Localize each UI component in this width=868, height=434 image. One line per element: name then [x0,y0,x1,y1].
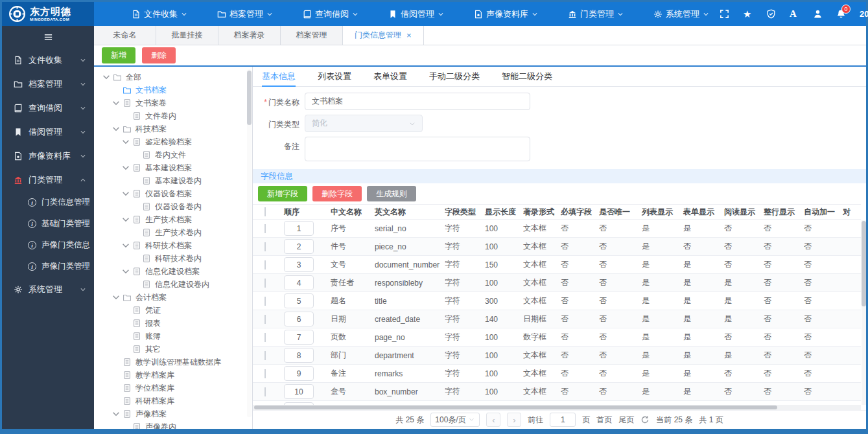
tree-item[interactable]: 声像卷内 [94,420,252,429]
tree-item[interactable]: 教学档案库 [94,369,252,382]
row-checkbox[interactable] [264,279,266,288]
tree-item[interactable]: 账簿 [94,330,252,343]
add-field-button[interactable]: 新增字段 [258,186,307,201]
order-input[interactable] [284,239,314,254]
tree-item[interactable]: 生产技术卷内 [94,226,252,239]
topnav-item[interactable]: 档案管理 [207,8,283,20]
topnav-item[interactable]: 查询借阅 [292,8,369,20]
tree-item[interactable]: 科研技术档案 [94,239,252,252]
expand-icon[interactable] [720,9,729,19]
order-input[interactable] [284,348,314,363]
table-hscroll-thumb[interactable] [254,405,777,409]
tree-item[interactable]: 基本建设档案 [94,161,252,174]
table-vertical-scrollbar[interactable] [862,220,866,405]
table-vscroll-thumb[interactable] [862,221,866,306]
category-name-input[interactable] [305,93,530,110]
tree-item[interactable]: 仪器设备卷内 [94,200,252,213]
tree-item[interactable]: 基本建设卷内 [94,174,252,187]
tree-item[interactable]: 鉴定检验档案 [94,135,252,148]
sidebar-item[interactable]: 借阅管理 [2,120,94,144]
tree-item[interactable]: 凭证 [94,304,252,317]
row-checkbox[interactable] [264,260,266,269]
sidebar-item[interactable]: 系统管理 [2,277,94,301]
first-page-link[interactable]: 首页 [596,415,612,426]
tree-item[interactable]: 文书案卷 [94,97,252,109]
remark-textarea[interactable] [305,137,530,161]
category-type-select[interactable]: 简化 [305,115,423,132]
detail-tab[interactable]: 智能二级分类 [502,67,552,86]
sidebar-subitem[interactable]: i声像门类管理 [2,256,94,277]
table-horizontal-scrollbar[interactable] [253,405,861,410]
tab-item[interactable]: 未命名 [94,26,156,45]
sidebar-item[interactable]: 查询借阅 [2,96,94,120]
delete-field-button[interactable]: 删除字段 [312,186,362,201]
detail-tab[interactable]: 表单设置 [373,67,407,86]
sidebar-item[interactable]: 声像资料库 [2,144,94,168]
menu-collapse-button[interactable] [2,26,94,48]
sidebar-subitem[interactable]: i门类信息管理 [2,192,94,213]
page-size-select[interactable]: 100条/页 [430,413,480,427]
tree-item[interactable]: 文件卷内 [94,109,252,122]
font-icon[interactable]: A [790,9,799,19]
tab-item[interactable]: 档案著录 [218,26,281,45]
detail-tab[interactable]: 基本信息 [262,67,296,86]
tree-item[interactable]: 报表 [94,317,252,330]
last-page-link[interactable]: 尾页 [618,415,634,426]
detail-tab[interactable]: 手动二级分类 [429,67,480,86]
add-button[interactable]: 新增 [102,47,135,63]
topnav-item[interactable]: 系统管理 [643,8,720,20]
generate-rule-button[interactable]: 生成规则 [367,186,416,201]
order-input[interactable] [284,384,314,399]
topnav-item[interactable]: 文件收集 [121,8,198,20]
tree-item[interactable]: 生产技术档案 [94,213,252,226]
sidebar-item[interactable]: 门类管理 [2,168,94,192]
tab-item[interactable]: 批量挂接 [156,26,218,45]
tree-item[interactable]: 科技档案 [94,122,252,135]
tree-item[interactable]: 仪器设备档案 [94,187,252,200]
tree-item[interactable]: 其它 [94,343,252,356]
tree-item[interactable]: 学位档案库 [94,382,252,394]
bell-icon[interactable]: 0 [836,9,846,19]
tree-item[interactable]: 会计档案 [94,291,252,304]
topnav-item[interactable]: 门类管理 [557,8,634,20]
tree-item[interactable]: 教学训练管理基础数据库 [94,356,252,369]
row-checkbox[interactable] [264,224,266,233]
sidebar-subitem[interactable]: i基础门类管理 [2,213,94,234]
star-icon[interactable]: ★ [743,9,753,19]
next-page-button[interactable]: › [507,413,521,427]
tree-scrollbar-thumb[interactable] [247,71,252,125]
order-input[interactable] [284,312,314,326]
topnav-item[interactable]: 声像资料库 [463,8,548,20]
order-input[interactable] [284,293,314,308]
select-all-checkbox[interactable] [264,207,266,216]
row-checkbox[interactable] [264,297,266,306]
user-icon[interactable] [813,9,823,19]
order-input[interactable] [284,257,314,272]
tree-scrollbar[interactable] [247,69,252,417]
row-checkbox[interactable] [264,387,266,396]
order-input[interactable] [284,221,314,236]
tab-item[interactable]: 档案管理 [281,26,343,45]
sidebar-item[interactable]: 文件收集 [2,48,94,72]
tab-item[interactable]: 门类信息管理× [343,26,424,45]
order-input[interactable] [284,366,314,381]
prev-page-button[interactable]: ‹ [486,413,500,427]
tree-item[interactable]: 声像档案 [94,407,252,420]
topnav-item[interactable]: 借阅管理 [378,8,454,20]
tab-close-icon[interactable]: × [406,30,412,40]
sidebar-item[interactable]: 档案管理 [2,72,94,96]
order-input[interactable] [284,330,314,345]
tree-item[interactable]: 科研档案库 [94,394,252,407]
shield-icon[interactable] [766,9,776,19]
row-checkbox[interactable] [264,315,266,324]
tree-item[interactable]: 卷内文件 [94,148,252,161]
row-checkbox[interactable] [264,242,266,251]
tree-item[interactable]: 信息化建设卷内 [94,278,252,291]
row-checkbox[interactable] [264,333,266,342]
sidebar-subitem[interactable]: i声像门类信息 [2,234,94,256]
tree-item[interactable]: 文书档案 [94,84,252,97]
tree-item[interactable]: 信息化建设档案 [94,265,252,278]
refresh-icon[interactable] [640,415,650,424]
tree-item[interactable]: 全部 [94,71,252,84]
row-checkbox[interactable] [264,351,266,360]
